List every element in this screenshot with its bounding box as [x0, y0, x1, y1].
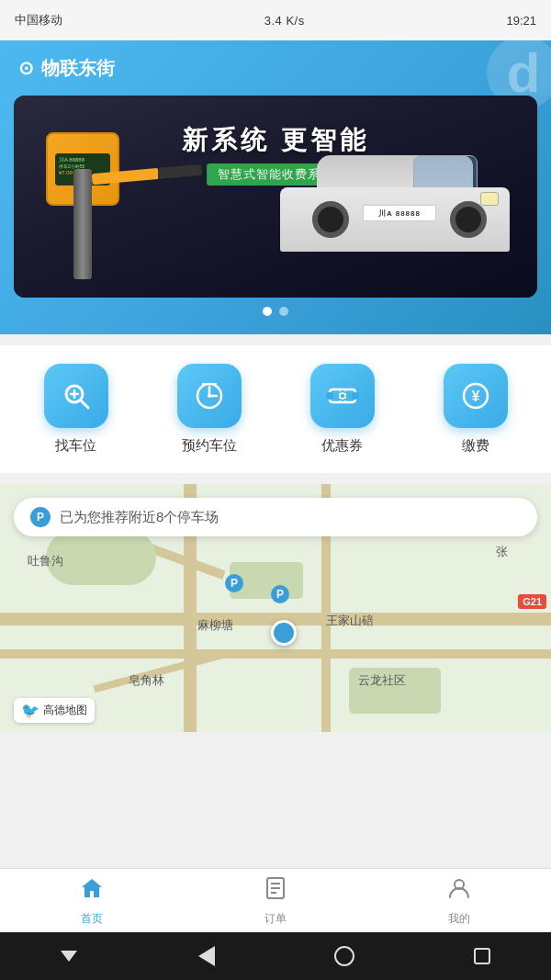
svg-text:¥: ¥ [471, 389, 479, 404]
dot-2[interactable] [279, 307, 288, 316]
map-label-zhang: 张 [496, 544, 508, 560]
map-section[interactable]: 吐鲁沟 麻柳塘 王家山碚 皂角林 云龙社区 张 G21 P P P 已为您推荐附… [0, 484, 551, 732]
banner-dots [0, 307, 551, 316]
profile-label: 我的 [448, 911, 470, 927]
car-headlight [480, 192, 499, 206]
recent-apps-icon [474, 948, 490, 964]
menu-item-find-parking[interactable]: 找车位 [44, 364, 108, 455]
nav-item-home[interactable]: 首页 [0, 875, 184, 927]
dot-1[interactable] [263, 307, 272, 316]
svg-point-7 [208, 394, 211, 398]
pay-icon: ¥ [444, 364, 508, 428]
orders-label: 订单 [264, 911, 287, 927]
home-label: 首页 [81, 911, 103, 927]
map-search-bar[interactable]: P 已为您推荐附近8个停车场 [14, 498, 537, 536]
reserve-icon [177, 364, 242, 428]
chevron-down-icon [61, 951, 77, 962]
car-body: 川A 88888 [280, 187, 510, 252]
gaode-logo: 🐦 高德地图 [14, 698, 95, 723]
map-label-yunlong: 云龙社区 [358, 672, 406, 689]
nav-item-profile[interactable]: 我的 [367, 875, 551, 927]
map-label-tulugou: 吐鲁沟 [28, 553, 63, 569]
car-wheel-right [450, 201, 487, 238]
map-marker-p1[interactable]: P [225, 574, 243, 592]
back-icon [198, 946, 215, 966]
find-parking-label: 找车位 [55, 437, 96, 455]
car-illustration: 川A 88888 [262, 160, 519, 279]
map-label-wangjia: 王家山碚 [326, 613, 374, 629]
svg-point-15 [340, 393, 345, 399]
status-bar: 中国移动 3.4 K/s 19:21 [0, 0, 551, 40]
home-circle-icon [334, 946, 354, 966]
parking-machine-illustration: 川A 88888 停车2小时55 ¥7.00 [41, 132, 124, 279]
system-nav-bar [0, 932, 551, 980]
location-icon: ⊙ [18, 57, 34, 79]
gaode-label: 高德地图 [43, 703, 87, 718]
svg-rect-10 [330, 389, 355, 402]
orders-icon [263, 875, 288, 907]
banner-title: 新系统 更智能 [182, 123, 369, 158]
map-label-zaojiao: 皂角林 [129, 672, 164, 689]
license-plate: 川A 88888 [363, 205, 436, 221]
carrier-label: 中国移动 [15, 12, 62, 28]
nav-recent-button[interactable] [466, 940, 499, 973]
home-icon [79, 875, 105, 907]
nav-home-button[interactable] [328, 940, 361, 973]
location-display[interactable]: ⊙ 物联东街 [18, 56, 115, 81]
pay-label: 缴费 [462, 437, 489, 455]
map-marker-current [271, 620, 297, 646]
machine-pole [73, 169, 92, 279]
svg-line-1 [81, 400, 88, 408]
coupon-icon [310, 364, 375, 428]
highway-badge: G21 [518, 594, 546, 609]
location-label: 物联东街 [41, 56, 115, 81]
car-wheel-left [312, 201, 349, 238]
gaode-bird-icon: 🐦 [21, 702, 39, 719]
nav-item-orders[interactable]: 订单 [184, 875, 367, 927]
network-speed: 3.4 K/s [264, 14, 305, 28]
banner-section: 新系统 更智能 智慧式智能收费系统 川A 88888 停车2小时55 ¥7.00… [0, 96, 551, 334]
reserve-label: 预约车位 [182, 437, 237, 455]
header: ⊙ 物联东街 d [0, 40, 551, 96]
profile-icon [446, 875, 472, 907]
banner-carousel[interactable]: 新系统 更智能 智慧式智能收费系统 川A 88888 停车2小时55 ¥7.00… [14, 96, 537, 298]
menu-item-pay[interactable]: ¥ 缴费 [444, 364, 508, 455]
coupon-label: 优惠券 [321, 437, 363, 455]
time-label: 19:21 [506, 14, 536, 28]
svg-rect-9 [213, 383, 217, 385]
map-search-text: 已为您推荐附近8个停车场 [60, 509, 219, 526]
parking-icon: P [30, 507, 51, 527]
nav-back-button[interactable] [190, 940, 223, 973]
svg-point-12 [352, 392, 359, 400]
menu-item-coupon[interactable]: 优惠券 [310, 364, 375, 455]
svg-point-11 [326, 392, 333, 400]
bottom-nav: 首页 订单 我的 [0, 868, 551, 932]
menu-section: 找车位 预约车位 优惠券 [0, 345, 551, 473]
map-label-maliu: 麻柳塘 [197, 617, 233, 634]
car-windshield [413, 155, 478, 192]
map-marker-p2[interactable]: P [271, 585, 289, 603]
find-parking-icon [44, 364, 108, 428]
nav-chevron-down-button[interactable] [52, 940, 85, 973]
road-h2 [0, 649, 551, 659]
menu-item-reserve[interactable]: 预约车位 [177, 364, 242, 455]
svg-rect-8 [202, 383, 206, 385]
